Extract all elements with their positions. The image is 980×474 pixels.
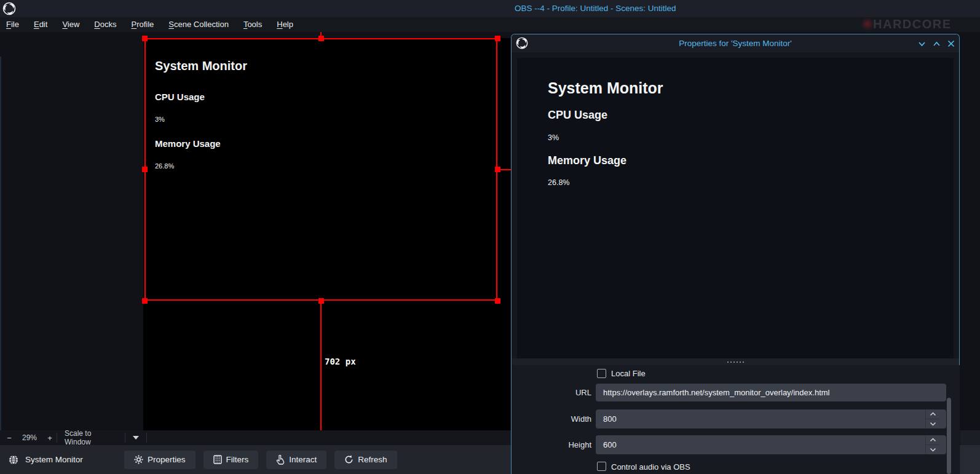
source-selection-box[interactable] (144, 38, 497, 301)
preview-memory-value: 26.8% (548, 178, 954, 188)
dialog-titlebar[interactable]: Properties for 'System Monitor' (512, 34, 959, 52)
obs-logo-icon (2, 2, 16, 15)
local-file-label: Local File (611, 369, 646, 378)
control-audio-label: Control audio via OBS (611, 462, 690, 472)
menu-profile[interactable]: Profile (124, 17, 161, 32)
hand-pointer-icon (276, 455, 285, 465)
scale-mode-value: Scale to Window (57, 429, 125, 446)
form-scrollbar-thumb[interactable] (947, 398, 951, 474)
distance-measurement: 702 px (325, 357, 356, 366)
zoom-level: 29% (16, 433, 43, 442)
toolbar-right-sliver (960, 445, 980, 474)
selected-source: System Monitor (0, 455, 124, 465)
gear-icon (134, 455, 143, 464)
menu-tools[interactable]: Tools (236, 17, 269, 32)
handle-bottom-center[interactable] (318, 298, 324, 304)
width-spinner (925, 409, 940, 429)
close-button[interactable] (946, 38, 957, 49)
obs-main-window: OBS --4 - Profile: Untitled - Scenes: Un… (0, 0, 980, 474)
filters-button[interactable]: Filters (204, 451, 259, 469)
menu-docks[interactable]: Docks (87, 17, 124, 32)
width-spin-down-button[interactable] (926, 419, 940, 429)
control-audio-checkbox[interactable] (597, 462, 606, 471)
chevron-down-icon (918, 40, 926, 48)
menu-file[interactable]: File (6, 17, 26, 32)
left-window-edge (0, 57, 1, 432)
properties-button-label: Properties (148, 455, 186, 464)
background-ghost-watermark: HARDCORE (873, 17, 952, 31)
bottom-distance-line (320, 301, 322, 430)
source-name: System Monitor (25, 455, 83, 464)
spin-down-icon (930, 422, 936, 426)
statusbar-right-sliver (960, 430, 980, 445)
menu-help[interactable]: Help (269, 17, 301, 32)
zoom-out-button[interactable]: − (2, 433, 16, 443)
dialog-title: Properties for 'System Monitor' (512, 39, 959, 48)
local-file-checkbox[interactable] (597, 369, 606, 378)
filters-button-label: Filters (226, 455, 249, 464)
chevron-up-icon (933, 40, 941, 48)
close-icon (947, 40, 955, 47)
url-input[interactable] (596, 384, 946, 401)
handle-middle-left[interactable] (142, 167, 148, 172)
height-input[interactable] (596, 435, 946, 454)
handle-top-left[interactable] (142, 36, 148, 41)
properties-dialog: Properties for 'System Monitor' System M… (511, 34, 960, 474)
interact-button[interactable]: Interact (266, 451, 326, 469)
properties-button[interactable]: Properties (124, 451, 196, 469)
preview-title: System Monitor (548, 80, 954, 96)
menu-scene-collection[interactable]: Scene Collection (161, 17, 236, 32)
width-input[interactable] (596, 409, 946, 429)
refresh-button-label: Refresh (358, 455, 387, 464)
preview-cpu-value: 3% (548, 133, 954, 143)
shade-button[interactable] (916, 38, 927, 49)
refresh-button[interactable]: Refresh (334, 451, 397, 469)
refresh-icon (344, 455, 354, 464)
height-spin-up-button[interactable] (926, 435, 940, 444)
spin-up-icon (930, 438, 936, 442)
handle-top-right[interactable] (495, 36, 500, 41)
preview-cpu-label: CPU Usage (548, 109, 954, 121)
spin-up-icon (930, 412, 936, 416)
menu-view[interactable]: View (55, 17, 87, 32)
preview-memory-label: Memory Usage (548, 154, 954, 167)
dropdown-caret-icon (133, 436, 139, 440)
handle-top-center[interactable] (318, 36, 324, 41)
width-label: Width (512, 414, 591, 424)
preview-form-splitter[interactable] (512, 358, 959, 365)
source-preview-panel: System Monitor CPU Usage 3% Memory Usage… (517, 58, 954, 358)
properties-form: Local File URL Width Height (512, 365, 960, 474)
height-spinner (925, 435, 940, 454)
height-label: Height (512, 440, 591, 449)
menu-bar: File Edit View Docks Profile Scene Colle… (0, 17, 980, 32)
width-spin-up-button[interactable] (926, 409, 940, 419)
handle-bottom-right[interactable] (495, 298, 500, 304)
background-ghost-glow (861, 17, 874, 31)
browser-source-globe-icon (9, 455, 18, 465)
handle-bottom-left[interactable] (142, 298, 148, 304)
window-title: OBS --4 - Profile: Untitled - Scenes: Un… (515, 4, 676, 13)
height-spin-down-button[interactable] (926, 444, 940, 454)
zoom-in-button[interactable]: + (43, 433, 57, 443)
interact-button-label: Interact (289, 455, 317, 464)
unshade-button[interactable] (931, 38, 942, 49)
filters-icon (213, 455, 222, 464)
menu-edit[interactable]: Edit (26, 17, 55, 32)
scale-mode-dropdown[interactable]: Scale to Window (57, 429, 147, 446)
handle-middle-right[interactable] (495, 167, 500, 172)
url-label: URL (512, 388, 591, 397)
spin-down-icon (930, 448, 936, 452)
window-titlebar: OBS --4 - Profile: Untitled - Scenes: Un… (0, 0, 980, 17)
form-scrollbar-track[interactable] (946, 396, 952, 474)
